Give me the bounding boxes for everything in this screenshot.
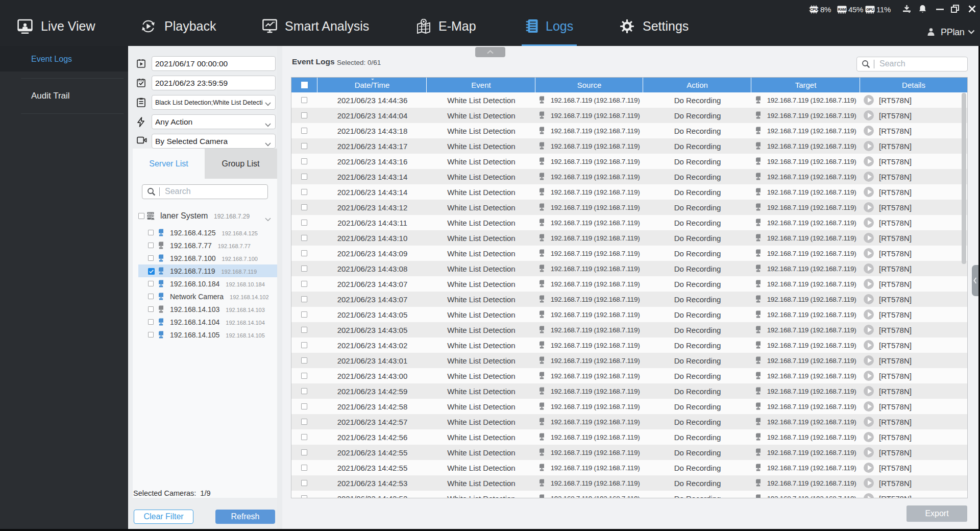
svg-text:RAM: RAM (838, 7, 846, 11)
svg-text:CPU: CPU (810, 7, 817, 12)
svg-text:GPU: GPU (866, 7, 874, 11)
